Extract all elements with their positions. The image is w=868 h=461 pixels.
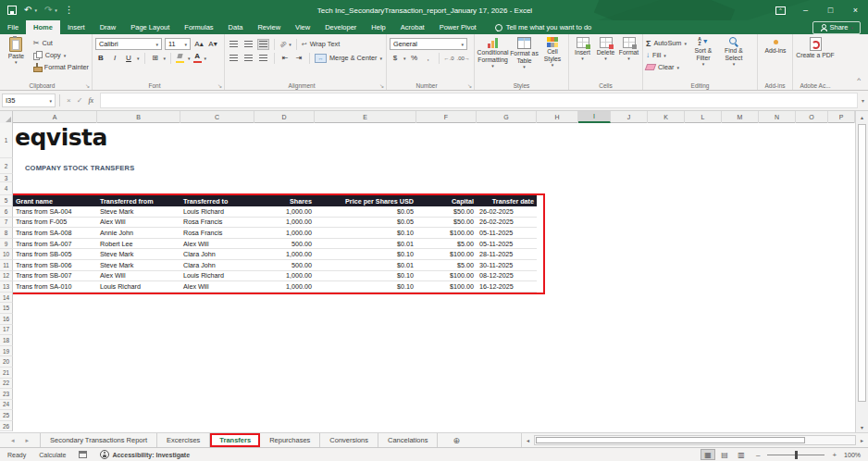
- table-cell[interactable]: $0.01: [315, 239, 416, 249]
- new-sheet-button[interactable]: ⊕: [438, 433, 475, 447]
- table-cell[interactable]: Alex Will: [180, 281, 254, 292]
- zoom-level[interactable]: 100%: [844, 452, 861, 458]
- table-cell[interactable]: 1,000.00: [254, 228, 315, 238]
- table-header-cell[interactable]: Shares: [254, 195, 315, 206]
- table-cell[interactable]: 28-11-2025: [477, 249, 537, 259]
- align-right-button[interactable]: [257, 53, 269, 64]
- table-cell[interactable]: $0.10: [315, 249, 416, 259]
- table-cell[interactable]: Alex Will: [97, 218, 180, 228]
- column-header-o[interactable]: O: [796, 111, 828, 123]
- table-cell[interactable]: $0.05: [315, 218, 416, 228]
- table-cell[interactable]: $100.00: [416, 271, 477, 281]
- table-cell[interactable]: $0.10: [315, 228, 416, 238]
- row-header-9[interactable]: 9: [0, 239, 13, 250]
- scroll-up-icon[interactable]: ▴: [856, 111, 868, 122]
- zoom-in-icon[interactable]: +: [832, 451, 837, 459]
- column-header-m[interactable]: M: [722, 111, 759, 123]
- table-cell[interactable]: 08-12-2025: [477, 271, 537, 281]
- ribbon-tab-insert[interactable]: Insert: [60, 20, 93, 34]
- borders-icon[interactable]: ⊞: [150, 53, 161, 64]
- alignment-dialog-launcher[interactable]: ↘: [379, 82, 384, 89]
- previous-sheet-icon[interactable]: ◂: [11, 437, 15, 444]
- vertical-scroll-thumb[interactable]: [858, 124, 866, 402]
- column-header-i[interactable]: I: [578, 111, 611, 123]
- table-header-cell[interactable]: Transferred from: [97, 195, 180, 206]
- table-cell[interactable]: $0.10: [315, 271, 416, 281]
- row-header-17[interactable]: 17: [0, 325, 13, 336]
- calculate-status[interactable]: Calculate: [39, 452, 66, 458]
- currency-icon[interactable]: $: [390, 53, 401, 64]
- row-header-18[interactable]: 18: [0, 335, 13, 346]
- copy-button[interactable]: Copy▾: [33, 49, 89, 61]
- percent-icon[interactable]: %: [409, 53, 420, 64]
- row-header-21[interactable]: 21: [0, 368, 13, 379]
- restore-button[interactable]: □: [818, 0, 843, 20]
- table-header-cell[interactable]: Grant name: [13, 195, 97, 206]
- table-cell[interactable]: Trans from SA-008: [13, 228, 97, 238]
- row-header-6[interactable]: 6: [0, 206, 13, 218]
- name-box[interactable]: I35▾: [2, 93, 56, 107]
- tell-me-box[interactable]: Tell me what you want to do: [495, 20, 592, 34]
- minimize-button[interactable]: –: [793, 0, 818, 20]
- customize-qat-icon[interactable]: ⋮: [65, 6, 74, 15]
- row-header-12[interactable]: 12: [0, 271, 13, 282]
- row-header-26[interactable]: 26: [0, 421, 13, 432]
- table-cell[interactable]: Alex Will: [97, 271, 180, 281]
- ribbon-tab-file[interactable]: File: [0, 20, 26, 34]
- paste-button[interactable]: Paste ▾: [3, 37, 30, 73]
- underline-button[interactable]: U: [123, 53, 134, 64]
- align-center-button[interactable]: [242, 53, 254, 64]
- table-cell[interactable]: 30-11-2025: [477, 260, 537, 270]
- ribbon-tab-developer[interactable]: Developer: [317, 20, 364, 34]
- macro-record-icon[interactable]: [79, 451, 87, 458]
- table-cell[interactable]: Robert Lee: [97, 239, 180, 249]
- row-header-16[interactable]: 16: [0, 314, 13, 325]
- delete-cells-button[interactable]: Delete ▾: [595, 37, 616, 62]
- scroll-left-icon[interactable]: ◂: [522, 437, 534, 443]
- table-cell[interactable]: $5.00: [416, 239, 477, 249]
- ribbon-display-options-button[interactable]: ^: [768, 0, 793, 20]
- column-header-b[interactable]: B: [97, 111, 180, 123]
- table-cell[interactable]: Steve Mark: [97, 249, 180, 259]
- format-as-table-button[interactable]: Format as Table ▾: [510, 37, 539, 69]
- ribbon-tab-help[interactable]: Help: [364, 20, 392, 34]
- table-cell[interactable]: $0.05: [315, 206, 416, 217]
- bold-button[interactable]: B: [95, 53, 106, 64]
- align-left-button[interactable]: [228, 53, 240, 64]
- table-cell[interactable]: 16-12-2025: [477, 281, 537, 292]
- increase-font-icon[interactable]: A▴: [193, 39, 205, 50]
- cell-styles-button[interactable]: Cell Styles ▾: [540, 37, 564, 69]
- table-cell[interactable]: Trans from SA-007: [13, 239, 97, 249]
- decrease-font-icon[interactable]: A▾: [207, 39, 218, 50]
- table-cell[interactable]: Louis Richard: [97, 281, 180, 292]
- table-header-cell[interactable]: Price per Shares USD: [315, 195, 416, 206]
- decrease-indent-icon[interactable]: ⇤: [279, 53, 291, 64]
- ribbon-tab-data[interactable]: Data: [221, 20, 251, 34]
- font-dialog-launcher[interactable]: ↘: [217, 82, 222, 89]
- page-break-view-icon[interactable]: ▥: [734, 449, 749, 460]
- column-header-a[interactable]: A: [13, 111, 97, 123]
- sheet-tab-conversions[interactable]: Conversions: [320, 433, 378, 447]
- font-color-button[interactable]: A: [193, 53, 202, 63]
- vertical-scrollbar[interactable]: ▴ ▾: [855, 111, 868, 432]
- ribbon-tab-draw[interactable]: Draw: [93, 20, 124, 34]
- row-header-13[interactable]: 13: [0, 281, 13, 293]
- table-cell[interactable]: 500.00: [254, 260, 315, 270]
- table-cell[interactable]: $5.00: [416, 260, 477, 270]
- column-header-c[interactable]: C: [180, 111, 254, 123]
- table-cell[interactable]: $0.10: [315, 281, 416, 292]
- ribbon-tab-acrobat[interactable]: Acrobat: [393, 20, 432, 34]
- table-cell[interactable]: Trans from SA-010: [13, 281, 97, 292]
- table-cell[interactable]: 05-11-2025: [477, 239, 537, 249]
- table-cell[interactable]: $50.00: [416, 218, 477, 228]
- underline-dropdown-icon[interactable]: ▾: [137, 56, 140, 61]
- sort-filter-button[interactable]: AZ▼ Sort & Filter ▾: [689, 37, 717, 73]
- column-header-p[interactable]: P: [828, 111, 855, 123]
- row-header-11[interactable]: 11: [0, 260, 13, 271]
- column-header-l[interactable]: L: [685, 111, 722, 123]
- ribbon-tab-page-layout[interactable]: Page Layout: [123, 20, 177, 34]
- row-header-1[interactable]: 1: [0, 123, 13, 158]
- table-cell[interactable]: 1,000.00: [254, 218, 315, 228]
- font-color-dropdown-icon[interactable]: ▾: [205, 56, 207, 61]
- wrap-text-button[interactable]: Wrap Text: [310, 40, 341, 48]
